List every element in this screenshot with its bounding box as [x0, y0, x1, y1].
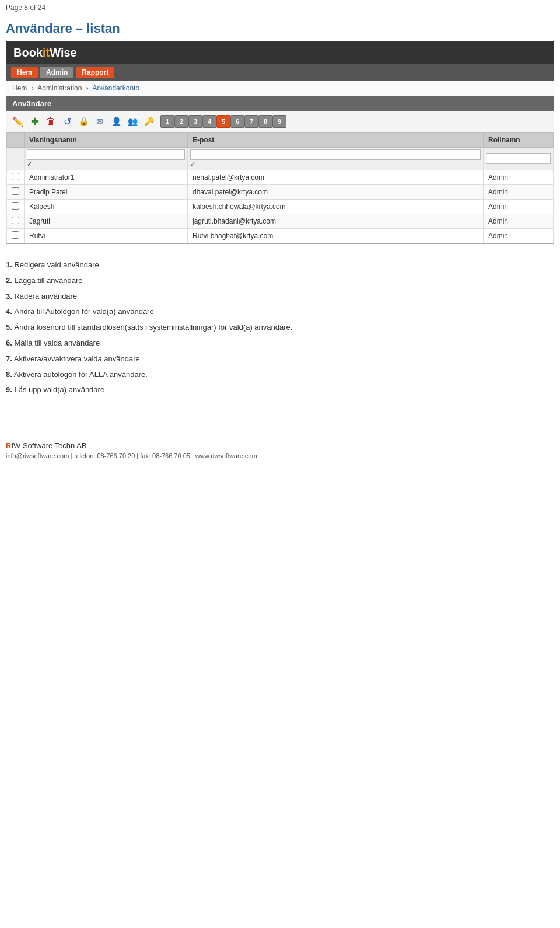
add-icon: ✚: [31, 116, 38, 127]
list-item: 4. Ändra till Autologon för vald(a) anvä…: [6, 306, 554, 318]
table-row[interactable]: Rutvi Rutvi.bhaghat@krtya.com Admin: [7, 229, 554, 243]
filter-email-cell: ✓: [188, 148, 484, 170]
filter-name-cell: ✓: [24, 148, 188, 170]
section-header: Användare: [6, 96, 554, 111]
toolbar: ✏️ ✚ 🗑 ↺ 🔒 ✉ 👤 👥 🔑 1 2 3 4: [6, 111, 554, 132]
nav-bar: Hem Admin Rapport: [6, 64, 554, 81]
row-check[interactable]: [7, 170, 24, 185]
list-item: 3. Radera användare: [6, 291, 554, 303]
toolbar-delete-btn[interactable]: 🗑: [44, 114, 58, 128]
refresh-icon: ↺: [64, 116, 71, 127]
key-icon: 🔑: [144, 117, 154, 126]
row-role: Admin: [484, 229, 554, 243]
toolbar-num-8[interactable]: 8: [258, 115, 272, 128]
list-text: Lås upp vald(a) användare: [14, 385, 104, 394]
app-logo: BookitWise: [13, 46, 77, 60]
toolbar-num-1[interactable]: 1: [160, 115, 174, 128]
row-checkbox[interactable]: [12, 217, 19, 224]
row-check[interactable]: [7, 200, 24, 214]
footer-r: R: [6, 441, 11, 450]
mail-icon: ✉: [96, 117, 103, 126]
page-info: Page 8 of 24: [0, 0, 560, 15]
delete-icon: 🗑: [46, 116, 55, 127]
toolbar-add-btn[interactable]: ✚: [27, 114, 41, 128]
row-email: Rutvi.bhaghat@krtya.com: [188, 229, 484, 243]
edit-icon: ✏️: [12, 116, 24, 127]
breadcrumb-sep2: ›: [86, 84, 89, 92]
nav-admin[interactable]: Admin: [40, 67, 74, 78]
list-item: 7. Aktivera/avvaktivera valda användare: [6, 353, 554, 365]
list-item: 2. Lägga till användare: [6, 275, 554, 287]
table-row[interactable]: Administrator1 nehal.patel@krtya.com Adm…: [7, 170, 554, 185]
row-email: jagruti.bhadani@krtya.com: [188, 214, 484, 229]
breadcrumb-current: Användarkonto: [92, 84, 139, 92]
nav-hem[interactable]: Hem: [11, 67, 38, 78]
logo-wise: Wise: [50, 46, 77, 59]
list-text: Maila till valda användare: [14, 339, 100, 347]
list-num: 3.: [6, 292, 12, 301]
list-num: 1.: [6, 260, 12, 269]
list-item: 5. Ändra lösenord till standardlösen(sät…: [6, 322, 554, 334]
users-icon: 👥: [128, 117, 138, 126]
list-num: 6.: [6, 339, 12, 347]
toolbar-lock-btn[interactable]: 🔒: [76, 114, 90, 128]
users-table: Visningsnamn E-post Rollnamn ✓ ✓: [6, 132, 554, 243]
table-row[interactable]: Pradip Patel dhaval.patel@krtya.com Admi…: [7, 185, 554, 200]
row-name: Pradip Patel: [24, 185, 188, 200]
toolbar-num-6[interactable]: 6: [230, 115, 244, 128]
toolbar-edit-btn[interactable]: ✏️: [11, 114, 25, 128]
toolbar-num-5[interactable]: 5: [216, 115, 230, 128]
row-email: nehal.patel@krtya.com: [188, 170, 484, 185]
row-checkbox[interactable]: [12, 173, 19, 180]
col-name: Visningsnamn: [24, 133, 188, 148]
row-checkbox[interactable]: [12, 202, 19, 210]
toolbar-users-btn[interactable]: 👥: [125, 114, 139, 128]
filter-role-input[interactable]: [486, 153, 551, 164]
table-row[interactable]: Jagruti jagruti.bhadani@krtya.com Admin: [7, 214, 554, 229]
toolbar-mail-btn[interactable]: ✉: [93, 114, 107, 128]
breadcrumb-administration[interactable]: Administration: [37, 84, 82, 92]
row-role: Admin: [484, 200, 554, 214]
toolbar-num-4[interactable]: 4: [202, 115, 216, 128]
table-row[interactable]: Kalpesh kalpesh.chhowala@krtya.com Admin: [7, 200, 554, 214]
list-item: 8. Aktivera autologon för ALLA användare…: [6, 369, 554, 381]
filter-role-cell: [484, 148, 554, 170]
nav-rapport[interactable]: Rapport: [76, 67, 114, 78]
breadcrumb: Hem › Administration › Användarkonto: [6, 81, 554, 96]
number-buttons: 1 2 3 4 5 6 7 8 9: [160, 115, 286, 128]
col-role: Rollnamn: [484, 133, 554, 148]
toolbar-num-3[interactable]: 3: [188, 115, 202, 128]
toolbar-num-7[interactable]: 7: [244, 115, 258, 128]
row-role: Admin: [484, 170, 554, 185]
toolbar-user-btn[interactable]: 👤: [109, 114, 123, 128]
row-check[interactable]: [7, 185, 24, 200]
toolbar-key-btn[interactable]: 🔑: [142, 114, 156, 128]
row-email: dhaval.patel@krtya.com: [188, 185, 484, 200]
row-name: Administrator1: [24, 170, 188, 185]
list-num: 4.: [6, 307, 12, 316]
row-checkbox[interactable]: [12, 187, 19, 195]
row-name: Rutvi: [24, 229, 188, 243]
list-text: Ändra lösenord till standardlösen(sätts …: [14, 323, 292, 332]
col-email: E-post: [188, 133, 484, 148]
toolbar-num-2[interactable]: 2: [174, 115, 188, 128]
row-check[interactable]: [7, 214, 24, 229]
filter-email-input[interactable]: [190, 149, 481, 160]
filter-name-check: ✓: [27, 161, 32, 168]
app-header: BookitWise: [6, 41, 554, 64]
list-text: Radera användare: [14, 292, 77, 301]
logo-it: it: [43, 46, 50, 59]
toolbar-refresh-btn[interactable]: ↺: [60, 114, 74, 128]
list-text: Aktivera/avvaktivera valda användare: [14, 354, 140, 363]
filter-name-input[interactable]: [27, 149, 185, 160]
list-text: Ändra till Autologon för vald(a) använda…: [14, 307, 153, 316]
row-role: Admin: [484, 214, 554, 229]
list-text: Redigera vald användare: [14, 260, 99, 269]
row-email: kalpesh.chhowala@krtya.com: [188, 200, 484, 214]
row-checkbox[interactable]: [12, 231, 19, 239]
list-item: 9. Lås upp vald(a) användare: [6, 384, 554, 396]
list-num: 7.: [6, 354, 12, 363]
row-check[interactable]: [7, 229, 24, 243]
toolbar-num-9[interactable]: 9: [272, 115, 286, 128]
breadcrumb-hem[interactable]: Hem: [12, 84, 27, 92]
